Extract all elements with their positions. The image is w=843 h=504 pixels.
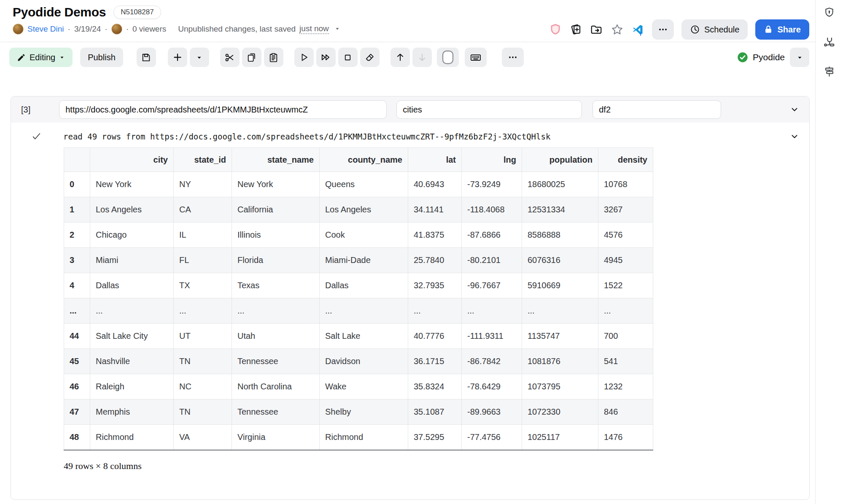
add-cell-menu-button[interactable] [190,48,209,67]
run-cell-button[interactable] [294,48,314,67]
table-cell: 12531334 [522,197,598,223]
stop-square-icon [343,53,353,62]
editing-mode-button[interactable]: Editing [9,48,73,67]
ellipsis-icon [508,52,518,62]
fast-forward-icon [321,52,331,63]
move-cell-up-button[interactable] [391,48,410,67]
duplicate-notebook-icon[interactable] [569,23,582,36]
viewer-avatar[interactable] [111,24,122,35]
share-button[interactable]: Share [755,19,809,40]
clear-outputs-button[interactable] [360,48,380,67]
table-row: 48RichmondVAVirginiaRichmond37.5295-77.4… [64,425,653,450]
copy-button[interactable] [242,48,261,67]
table-row: 0New YorkNYNew YorkQueens40.6943-73.9249… [64,172,653,197]
table-cell: Dallas [90,273,174,298]
pencil-icon [17,53,26,62]
header-more-menu-button[interactable] [652,19,674,40]
table-cell: New York [90,172,174,197]
caret-down-icon [196,54,202,61]
table-cell: UT [174,324,232,349]
chevron-down-icon [59,54,65,60]
cell-output-header: read 49 rows from https://docs.google.co… [11,123,809,142]
notebook-date: 3/19/24 [74,24,101,34]
star-icon[interactable] [611,23,624,36]
table-cell: -78.6429 [462,374,522,399]
spreadsheet-url-input[interactable] [59,100,387,119]
publish-button[interactable]: Publish [80,48,123,67]
kernel-menu-button[interactable] [790,48,809,67]
table-cell: FL [174,248,232,273]
table-cell: ... [90,298,174,324]
move-cell-down-button[interactable] [412,48,432,67]
table-cell: Raleigh [90,374,174,399]
table-cell: 541 [598,349,653,374]
author-avatar[interactable] [13,24,24,35]
save-button[interactable] [137,48,156,67]
table-cell: 35.1087 [408,399,462,425]
lock-icon [764,25,773,34]
minimap-signpost-icon[interactable] [824,66,835,77]
privacy-shield-icon[interactable] [549,23,562,36]
table-cell: -89.9663 [462,399,522,425]
table-cell: 40.7776 [408,324,462,349]
cell-collapse-chevron-icon[interactable] [790,105,799,114]
schedule-label: Schedule [704,25,739,35]
dataframe-output: citystate_idstate_namecounty_namelatlngp… [64,147,809,450]
table-cell: Richmond [320,425,408,450]
table-cell: ... [598,298,653,324]
schedule-button[interactable]: Schedule [681,19,748,40]
table-row: 1Los AngelesCACaliforniaLos Angeles34.11… [64,197,653,223]
output-collapse-chevron-icon[interactable] [790,132,799,141]
table-cell: TN [174,399,232,425]
table-cell: 1025117 [522,425,598,450]
table-row: 44Salt Lake CityUTUtahSalt Lake40.7776-1… [64,324,653,349]
row-index: 0 [64,172,90,197]
table-cell: 18680025 [522,172,598,197]
table-cell: -87.6866 [462,223,522,248]
editing-label: Editing [30,53,55,62]
cell-index-label: [3] [21,105,30,115]
row-index: 44 [64,324,90,349]
paste-button[interactable] [264,48,283,67]
table-cell: 4945 [598,248,653,273]
stop-button[interactable] [338,48,358,67]
add-cell-button[interactable] [168,48,187,67]
table-cell: 6076316 [522,248,598,273]
table-cell: 10768 [598,172,653,197]
table-cell: 4576 [598,223,653,248]
row-index: 3 [64,248,90,273]
column-header: lng [462,148,522,172]
table-cell: Florida [232,248,320,273]
author-link[interactable]: Steve Dini [27,24,64,34]
play-icon [299,52,309,62]
vscode-icon[interactable]: f [631,23,644,36]
table-row: ........................... [64,298,653,324]
right-sidebar [815,0,843,504]
dataframe-name-input[interactable] [593,100,721,119]
copy-icon [246,52,257,63]
toolbar-more-button[interactable] [502,48,524,67]
meta-separator: · [105,24,107,34]
check-circle-icon [737,51,749,63]
security-shield-icon[interactable] [824,7,835,18]
caret-down-icon [797,54,803,61]
table-cell: Virginia [232,425,320,450]
sheet-name-input[interactable] [396,100,582,119]
notebook-app: Pyodide Demos N5108287 Steve Dini · 3/19… [0,0,843,504]
output-status-line: read 49 rows from https://docs.google.co… [63,132,550,141]
diagnostics-stethoscope-icon[interactable] [823,36,835,48]
run-all-button[interactable] [316,48,336,67]
table-cell: 3267 [598,197,653,223]
table-cell: Wake [320,374,408,399]
keyboard-shortcuts-button[interactable] [465,48,487,67]
focus-mode-button[interactable] [437,48,459,67]
cut-button[interactable] [220,48,240,67]
save-status-caret-icon[interactable] [334,24,340,34]
move-to-folder-icon[interactable] [590,23,603,36]
table-cell: -77.4756 [462,425,522,450]
header-row: citystate_idstate_namecounty_namelatlngp… [64,148,653,172]
table-cell: Shelby [320,399,408,425]
table-cell: -96.7667 [462,273,522,298]
table-cell: 1081876 [522,349,598,374]
clock-icon [690,24,700,35]
